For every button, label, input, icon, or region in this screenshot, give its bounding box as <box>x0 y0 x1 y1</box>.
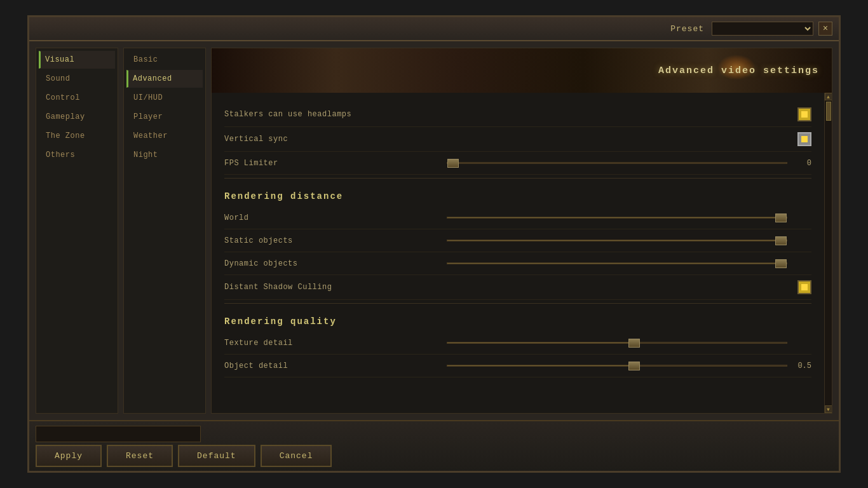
sidebar-item-gameplay[interactable]: Gameplay <box>39 108 115 126</box>
content-area: Advanced video settings Stalkers can use… <box>211 48 832 414</box>
object-detail-fill <box>447 365 634 366</box>
setting-static-objects: Static objects <box>224 229 811 252</box>
main-window: Preset × Visual Sound Control Gameplay T… <box>27 15 841 473</box>
world-slider-container <box>447 217 811 219</box>
vsync-control <box>447 132 811 146</box>
fps-limiter-slider-container: 0 <box>447 159 811 168</box>
texture-detail-label: Texture detail <box>224 339 447 348</box>
headlamps-label: Stalkers can use headlamps <box>224 110 447 119</box>
rendering-distance-header: Rendering distance <box>224 182 811 207</box>
scroll-track[interactable] <box>825 100 832 405</box>
preset-label: Preset <box>670 24 704 34</box>
sidebar-left: Visual Sound Control Gameplay The Zone O… <box>36 48 118 414</box>
distant-shadow-label: Distant Shadow Culling <box>224 283 447 292</box>
rendering-quality-header: Rendering quality <box>224 307 811 332</box>
close-button[interactable]: × <box>818 22 832 36</box>
fps-limiter-thumb[interactable] <box>447 159 459 168</box>
setting-world: World <box>224 207 811 229</box>
setting-distant-shadow: Distant Shadow Culling <box>224 275 811 300</box>
main-content: Visual Sound Control Gameplay The Zone O… <box>29 41 839 420</box>
dynamic-objects-slider-container <box>447 262 811 264</box>
dynamic-objects-track[interactable] <box>447 262 787 264</box>
content-title: Advanced video settings <box>658 65 819 76</box>
status-text-area <box>36 426 201 442</box>
texture-detail-control <box>447 342 811 344</box>
sidebar-item-night[interactable]: Night <box>126 146 203 164</box>
fps-limiter-label: FPS Limiter <box>224 159 447 168</box>
setting-object-detail: Object detail 0.5 <box>224 355 811 377</box>
bottom-bar: Apply Reset Default Cancel <box>29 420 839 471</box>
static-objects-track[interactable] <box>447 240 787 241</box>
setting-headlamps: Stalkers can use headlamps <box>224 102 811 127</box>
fps-limiter-control: 0 <box>447 159 811 168</box>
world-fill <box>447 217 787 218</box>
top-bar: Preset × <box>29 17 839 41</box>
object-detail-track[interactable] <box>447 365 787 367</box>
object-detail-label: Object detail <box>224 362 447 370</box>
sidebar-item-thezone[interactable]: The Zone <box>39 127 115 145</box>
texture-detail-thumb[interactable] <box>628 339 640 348</box>
world-thumb[interactable] <box>775 214 787 222</box>
bottom-left: Apply Reset Default Cancel <box>36 426 210 467</box>
distant-shadow-control <box>447 280 811 294</box>
divider-2 <box>224 303 811 304</box>
dynamic-objects-thumb[interactable] <box>775 259 787 268</box>
scrollbar[interactable]: ▲ ▼ <box>824 93 832 413</box>
dynamic-objects-fill <box>447 263 787 264</box>
setting-fps-limiter: FPS Limiter 0 <box>224 152 811 175</box>
texture-detail-fill <box>447 342 634 343</box>
sidebar-item-basic[interactable]: Basic <box>126 51 203 69</box>
texture-detail-slider-container <box>447 342 811 344</box>
vsync-label: Vertical sync <box>224 135 447 144</box>
cancel-button[interactable]: Cancel <box>261 445 332 467</box>
world-track[interactable] <box>447 217 787 219</box>
static-objects-thumb[interactable] <box>775 236 787 245</box>
distant-shadow-checkbox[interactable] <box>797 280 811 294</box>
reset-button[interactable]: Reset <box>107 445 173 467</box>
sidebar-item-weather[interactable]: Weather <box>126 127 203 145</box>
sidebar-item-uihud[interactable]: UI/HUD <box>126 89 203 107</box>
vsync-checkbox[interactable] <box>797 132 811 146</box>
sidebar-item-advanced[interactable]: Advanced <box>126 70 203 88</box>
texture-detail-track[interactable] <box>447 342 787 344</box>
content-header-image: Advanced video settings <box>212 48 832 93</box>
static-objects-fill <box>447 240 787 241</box>
dynamic-objects-label: Dynamic objects <box>224 259 447 268</box>
preset-dropdown[interactable] <box>712 22 813 36</box>
headlamps-control <box>447 107 811 121</box>
setting-dynamic-objects: Dynamic objects <box>224 252 811 275</box>
headlamps-checkbox[interactable] <box>797 107 811 121</box>
default-button[interactable]: Default <box>178 445 255 467</box>
object-detail-control: 0.5 <box>447 362 811 370</box>
static-objects-control <box>447 240 811 241</box>
scroll-thumb[interactable] <box>826 102 831 121</box>
action-buttons: Apply Reset Default Cancel <box>36 445 210 467</box>
apply-button[interactable]: Apply <box>36 445 102 467</box>
sidebar-item-control[interactable]: Control <box>39 89 115 107</box>
fps-limiter-value: 0 <box>792 159 811 168</box>
world-control <box>447 217 811 219</box>
world-label: World <box>224 214 447 222</box>
object-detail-slider-container: 0.5 <box>447 362 811 370</box>
content-scroll[interactable]: Stalkers can use headlamps Vertical sync… <box>212 93 824 413</box>
static-objects-slider-container <box>447 240 811 241</box>
static-objects-label: Static objects <box>224 236 447 245</box>
setting-texture-detail: Texture detail <box>224 332 811 355</box>
sidebar-item-player[interactable]: Player <box>126 108 203 126</box>
scroll-up-button[interactable]: ▲ <box>825 93 832 100</box>
sidebar-middle: Basic Advanced UI/HUD Player Weather Nig… <box>123 48 206 414</box>
sidebar-item-others[interactable]: Others <box>39 146 115 164</box>
setting-vsync: Vertical sync <box>224 127 811 152</box>
sidebar-item-sound[interactable]: Sound <box>39 70 115 88</box>
divider-1 <box>224 178 811 179</box>
object-detail-thumb[interactable] <box>628 362 640 370</box>
object-detail-value: 0.5 <box>792 362 811 370</box>
dynamic-objects-control <box>447 262 811 264</box>
fps-limiter-track[interactable] <box>447 162 787 164</box>
scroll-down-button[interactable]: ▼ <box>825 405 832 413</box>
sidebar-item-visual[interactable]: Visual <box>39 51 115 69</box>
